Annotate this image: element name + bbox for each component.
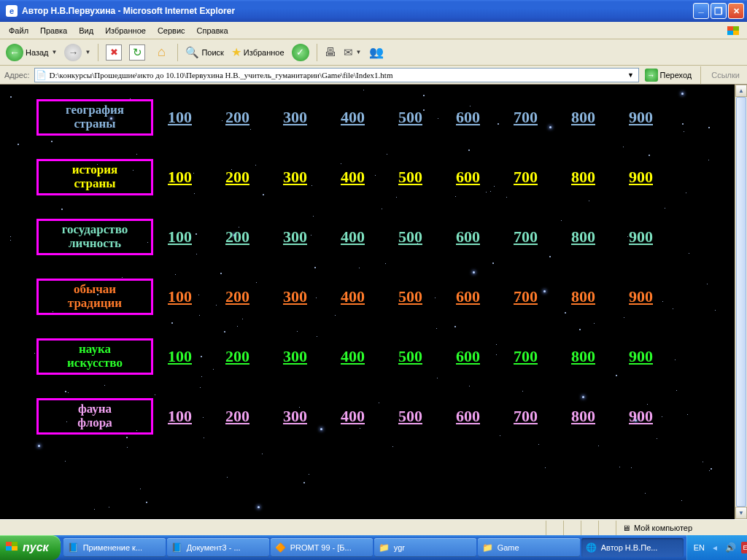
back-button[interactable]: ← Назад ▼ xyxy=(3,42,60,63)
point-link[interactable]: 700 xyxy=(514,108,538,127)
menu-favorites[interactable]: Избранное xyxy=(99,25,152,36)
messenger-button[interactable]: 👥 xyxy=(366,42,387,63)
point-link[interactable]: 200 xyxy=(225,108,249,127)
taskbar-item[interactable]: 🌐Автор Н.В.Пе... xyxy=(581,538,684,557)
point-link[interactable]: 600 xyxy=(456,228,480,246)
point-link[interactable]: 900 xyxy=(629,347,653,366)
promt-icon: 🔶 xyxy=(275,542,287,553)
point-link[interactable]: 800 xyxy=(571,347,595,366)
point-link[interactable]: 300 xyxy=(283,108,307,127)
forward-button[interactable]: → ▼ xyxy=(61,42,93,63)
point-link[interactable]: 100 xyxy=(168,287,192,306)
scroll-track[interactable] xyxy=(735,97,747,507)
point-link[interactable]: 800 xyxy=(571,108,595,127)
links-label[interactable]: Ссылки xyxy=(707,71,744,79)
address-input[interactable] xyxy=(50,71,622,79)
point-link[interactable]: 600 xyxy=(456,287,480,306)
point-link[interactable]: 700 xyxy=(514,347,538,366)
point-link[interactable]: 300 xyxy=(283,168,307,187)
scroll-down-button[interactable]: ▼ xyxy=(735,507,747,519)
scroll-up-button[interactable]: ▲ xyxy=(735,85,747,97)
status-pane xyxy=(563,521,581,535)
point-link[interactable]: 800 xyxy=(571,228,595,246)
point-link[interactable]: 500 xyxy=(398,347,422,366)
point-link[interactable]: 700 xyxy=(514,168,538,187)
menu-edit[interactable]: Правка xyxy=(34,25,73,36)
taskbar-item[interactable]: 📁Game xyxy=(478,538,580,557)
tray-volume-icon[interactable]: 🔊 xyxy=(725,542,737,553)
point-link[interactable]: 900 xyxy=(629,108,653,127)
point-link[interactable]: 100 xyxy=(168,407,192,426)
point-link[interactable]: 100 xyxy=(168,108,192,127)
point-link[interactable]: 200 xyxy=(225,407,249,426)
point-link[interactable]: 800 xyxy=(571,168,595,187)
favorites-button[interactable]: ★ Избранное xyxy=(228,42,287,63)
point-link[interactable]: 500 xyxy=(398,108,422,127)
point-link[interactable]: 800 xyxy=(571,407,595,426)
point-link[interactable]: 700 xyxy=(514,228,538,246)
point-link[interactable]: 400 xyxy=(341,228,365,246)
taskbar-item[interactable]: 📁ygr xyxy=(374,538,476,557)
point-link[interactable]: 300 xyxy=(283,228,307,246)
taskbar-item[interactable]: 🔶PROMT 99 - [Б... xyxy=(271,538,373,557)
vertical-scrollbar[interactable]: ▲ ▼ xyxy=(735,85,747,519)
point-link[interactable]: 700 xyxy=(514,287,538,306)
mail-button[interactable]: ✉▼ xyxy=(341,42,365,63)
point-link[interactable]: 600 xyxy=(456,407,480,426)
point-link[interactable]: 200 xyxy=(225,168,249,187)
start-button[interactable]: пуск xyxy=(0,535,61,560)
point-link[interactable]: 200 xyxy=(225,228,249,246)
go-button[interactable]: → Переход xyxy=(642,68,695,82)
search-button[interactable]: 🔍 Поиск xyxy=(182,42,226,63)
point-link[interactable]: 600 xyxy=(456,347,480,366)
point-link[interactable]: 500 xyxy=(398,228,422,246)
taskbar-item[interactable]: 📘Документ3 - ... xyxy=(167,538,269,557)
go-label: Переход xyxy=(660,71,692,79)
point-link[interactable]: 500 xyxy=(398,407,422,426)
point-link[interactable]: 400 xyxy=(341,108,365,127)
taskbar-item[interactable]: 📘Применение к... xyxy=(63,538,166,557)
point-link[interactable]: 800 xyxy=(571,287,595,306)
point-link[interactable]: 300 xyxy=(283,287,307,306)
point-link[interactable]: 100 xyxy=(168,347,192,366)
print-button[interactable]: 🖶 xyxy=(322,42,339,63)
point-link[interactable]: 900 xyxy=(629,168,653,187)
menu-file[interactable]: Файл xyxy=(3,25,34,36)
address-field[interactable]: 📄 ▼ xyxy=(34,68,639,82)
language-indicator[interactable]: EN xyxy=(694,543,705,552)
minimize-button[interactable] xyxy=(693,3,709,19)
point-link[interactable]: 900 xyxy=(629,287,653,306)
scroll-thumb[interactable] xyxy=(736,97,746,507)
point-link[interactable]: 400 xyxy=(341,407,365,426)
point-link[interactable]: 400 xyxy=(341,168,365,187)
refresh-button[interactable]: ↻ xyxy=(126,42,148,63)
point-link[interactable]: 100 xyxy=(168,228,192,246)
point-link[interactable]: 300 xyxy=(283,347,307,366)
menu-help[interactable]: Справка xyxy=(191,25,234,36)
point-link[interactable]: 300 xyxy=(283,407,307,426)
point-link[interactable]: 600 xyxy=(456,108,480,127)
point-link[interactable]: 400 xyxy=(341,347,365,366)
stop-button[interactable]: ✖ xyxy=(103,42,125,63)
point-link[interactable]: 200 xyxy=(225,287,249,306)
point-link[interactable]: 700 xyxy=(514,407,538,426)
point-values: 100200300400500600700800900 xyxy=(168,168,653,187)
point-link[interactable]: 500 xyxy=(398,168,422,187)
point-link[interactable]: 900 xyxy=(629,228,653,246)
close-button[interactable] xyxy=(728,3,744,19)
tray-icon[interactable]: ◂ xyxy=(709,542,721,553)
history-button[interactable]: ✓ xyxy=(289,42,312,63)
dropdown-icon[interactable]: ▼ xyxy=(625,71,637,79)
point-link[interactable]: 200 xyxy=(225,347,249,366)
point-link[interactable]: 500 xyxy=(398,287,422,306)
point-link[interactable]: 400 xyxy=(341,287,365,306)
point-link[interactable]: 100 xyxy=(168,168,192,187)
point-link[interactable]: 600 xyxy=(456,168,480,187)
maximize-button[interactable] xyxy=(711,3,727,19)
menu-tools[interactable]: Сервис xyxy=(152,25,191,36)
menu-view[interactable]: Вид xyxy=(73,25,99,36)
tray-icon[interactable]: En xyxy=(741,542,747,553)
home-button[interactable]: ⌂ xyxy=(150,42,173,63)
category-label: наукаискусство xyxy=(36,338,153,375)
point-link[interactable]: 900 xyxy=(629,407,653,426)
